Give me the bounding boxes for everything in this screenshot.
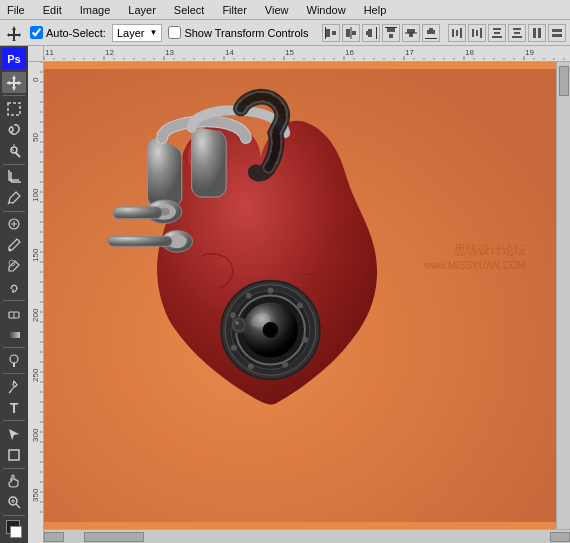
canvas-main: 思练设计论坛 www.MISSYUAN.COM xyxy=(44,62,570,529)
distribute-btn-4[interactable] xyxy=(508,24,526,42)
svg-rect-49 xyxy=(8,332,20,338)
menu-help[interactable]: Help xyxy=(361,3,390,17)
svg-rect-30 xyxy=(512,36,522,38)
align-btn-4[interactable] xyxy=(382,24,400,42)
heart-illustration xyxy=(44,62,556,529)
svg-point-50 xyxy=(10,355,18,363)
svg-rect-66 xyxy=(113,207,162,219)
align-btn-6[interactable] xyxy=(422,24,440,42)
svg-rect-25 xyxy=(493,28,501,30)
svg-rect-21 xyxy=(460,28,462,38)
scroll-btn-right[interactable] xyxy=(550,532,570,542)
menu-image[interactable]: Image xyxy=(77,3,114,17)
show-transform-checkbox[interactable]: Show Transform Controls xyxy=(168,26,308,39)
tool-clone-stamp[interactable] xyxy=(2,256,26,277)
tool-magic-wand[interactable] xyxy=(2,140,26,161)
distribute-btn-6[interactable] xyxy=(548,24,566,42)
svg-point-80 xyxy=(248,363,254,369)
tool-dodge[interactable] xyxy=(2,350,26,371)
scroll-thumb-h[interactable] xyxy=(84,532,144,542)
tool-move[interactable] xyxy=(2,72,26,93)
svg-rect-5 xyxy=(352,31,356,35)
align-btn-2[interactable] xyxy=(342,24,360,42)
menu-file[interactable]: File xyxy=(4,3,28,17)
watermark: 思练设计论坛 www.MISSYUAN.COM xyxy=(424,242,526,271)
svg-point-45 xyxy=(9,249,12,252)
menu-filter[interactable]: Filter xyxy=(219,3,249,17)
tool-crop[interactable] xyxy=(2,166,26,187)
distribute-btn-1[interactable] xyxy=(448,24,466,42)
ps-logo[interactable]: Ps xyxy=(2,48,26,69)
tool-healing[interactable] xyxy=(2,214,26,235)
svg-line-57 xyxy=(16,504,20,508)
svg-rect-23 xyxy=(476,30,478,36)
svg-rect-26 xyxy=(494,32,500,34)
svg-rect-9 xyxy=(376,27,377,39)
tool-rectangular-marquee[interactable] xyxy=(2,98,26,119)
tool-hand[interactable] xyxy=(2,471,26,492)
align-btn-3[interactable] xyxy=(362,24,380,42)
svg-marker-54 xyxy=(9,429,19,440)
tool-lasso[interactable] xyxy=(2,119,26,140)
menu-edit[interactable]: Edit xyxy=(40,3,65,17)
distribute-btn-3[interactable] xyxy=(488,24,506,42)
scroll-btn-left[interactable] xyxy=(44,532,64,542)
svg-rect-55 xyxy=(9,450,19,460)
tool-shape[interactable] xyxy=(2,445,26,466)
horizontal-ruler-canvas xyxy=(44,46,570,60)
menu-layer[interactable]: Layer xyxy=(125,3,159,17)
svg-rect-13 xyxy=(407,29,415,33)
workspace: Ps xyxy=(0,46,570,543)
align-btn-5[interactable] xyxy=(402,24,420,42)
distribute-btn-2[interactable] xyxy=(468,24,486,42)
svg-point-46 xyxy=(9,260,15,266)
vertical-scrollbar[interactable] xyxy=(556,62,570,529)
color-swatches[interactable] xyxy=(2,520,26,543)
tool-gradient[interactable] xyxy=(2,324,26,345)
tool-text[interactable]: T xyxy=(2,397,26,418)
svg-rect-14 xyxy=(409,33,413,37)
options-bar: Auto-Select: Layer ▼ Show Transform Cont… xyxy=(0,20,570,46)
menu-view[interactable]: View xyxy=(262,3,292,17)
menu-select[interactable]: Select xyxy=(171,3,208,17)
svg-point-79 xyxy=(282,361,288,367)
tool-zoom[interactable] xyxy=(2,492,26,513)
scroll-thumb-v[interactable] xyxy=(559,66,569,96)
align-btn-1[interactable] xyxy=(322,24,340,42)
tool-eraser[interactable] xyxy=(2,303,26,324)
svg-rect-31 xyxy=(533,28,536,38)
tool-history-brush[interactable] xyxy=(2,277,26,298)
svg-point-75 xyxy=(266,325,276,335)
menu-window[interactable]: Window xyxy=(304,3,349,17)
svg-point-77 xyxy=(297,302,303,308)
art-canvas[interactable]: 思练设计论坛 www.MISSYUAN.COM xyxy=(44,62,556,529)
toolbar-separator-1 xyxy=(3,95,25,96)
horizontal-scrollbar[interactable] xyxy=(44,529,570,543)
toolbar-separator-5 xyxy=(3,347,25,348)
auto-select-checkbox[interactable]: Auto-Select: xyxy=(30,26,106,39)
svg-point-40 xyxy=(11,147,17,153)
svg-point-78 xyxy=(302,337,308,343)
tool-pen[interactable] xyxy=(2,376,26,397)
svg-marker-35 xyxy=(6,75,22,91)
distribute-btn-5[interactable] xyxy=(528,24,546,42)
tool-path-selection[interactable] xyxy=(2,423,26,444)
svg-point-76 xyxy=(268,288,274,294)
svg-line-53 xyxy=(9,391,11,393)
tool-brush[interactable] xyxy=(2,235,26,256)
svg-rect-22 xyxy=(472,29,474,37)
svg-rect-3 xyxy=(325,27,326,39)
svg-rect-8 xyxy=(366,31,370,35)
svg-rect-2 xyxy=(332,31,336,35)
layer-dropdown[interactable]: Layer ▼ xyxy=(112,24,162,42)
svg-point-82 xyxy=(230,312,236,318)
background-color[interactable] xyxy=(10,526,22,538)
separator xyxy=(442,24,446,42)
toolbar-separator-7 xyxy=(3,420,25,421)
toolbar-separator-6 xyxy=(3,373,25,374)
toolbar-separator-8 xyxy=(3,468,25,469)
svg-point-83 xyxy=(246,293,252,299)
toolbar-separator-4 xyxy=(3,300,25,301)
tool-eyedropper[interactable] xyxy=(2,188,26,209)
svg-rect-12 xyxy=(385,27,397,28)
